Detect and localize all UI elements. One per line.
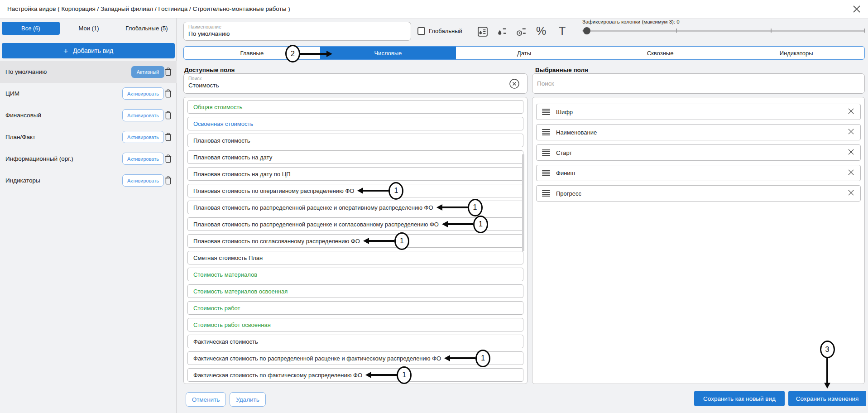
view-list-item[interactable]: План/ФактАктивировать (0, 126, 177, 148)
view-name-input[interactable] (188, 30, 406, 37)
available-search-field[interactable]: Поиск (183, 73, 528, 94)
dialog-header: Настройка видов ( Корпорация / Западный … (0, 0, 868, 19)
drag-handle-icon[interactable] (542, 129, 550, 136)
field-category-tab-0[interactable]: Главные (184, 47, 320, 59)
activate-view-button[interactable]: Активировать (122, 87, 164, 100)
drag-handle-icon[interactable] (542, 170, 550, 177)
cancel-button[interactable]: Отменить (186, 392, 226, 407)
delete-view-button[interactable] (163, 110, 173, 120)
remove-field-button[interactable] (847, 128, 855, 136)
available-field-item[interactable]: Плановая стоимость по распределенной рас… (187, 201, 523, 214)
drag-handle-icon[interactable] (542, 190, 550, 197)
save-as-new-view-button[interactable]: Сохранить как новый вид (694, 391, 785, 406)
add-view-button[interactable]: + Добавить вид (2, 43, 175, 58)
available-field-item[interactable]: Фактическая стоимость по распределенной … (187, 351, 523, 365)
annotation-number: 1 (468, 199, 483, 216)
view-list-item[interactable]: ИндикаторыАктивировать (0, 170, 177, 192)
available-field-item[interactable]: Стоимость работ (187, 301, 523, 315)
freeze-columns-label: Зафиксировать колонки (максимум 3): 0 (582, 19, 680, 24)
view-name: Финансовый (5, 105, 41, 126)
trash-icon (164, 132, 173, 142)
delete-view-button[interactable] (163, 67, 173, 77)
field-label: Финиш (556, 170, 575, 177)
drag-handle-icon[interactable] (542, 149, 550, 156)
available-field-item[interactable]: Плановая стоимость по согласованному рас… (187, 234, 523, 248)
selected-search-input[interactable] (537, 74, 836, 93)
remove-icon (848, 189, 854, 196)
field-label: Плановая стоимость по оперативному распр… (193, 187, 354, 194)
selected-field-item[interactable]: Финиш (536, 165, 861, 181)
available-field-item[interactable]: Фактическая стоимость по фактическому ра… (187, 368, 523, 382)
clear-search-button[interactable] (509, 78, 520, 89)
field-label: Фактическая стоимость (193, 338, 258, 345)
field-category-tab-2[interactable]: Даты (456, 47, 592, 59)
available-field-item[interactable]: Сметная стоимость План (187, 251, 523, 264)
delete-view-button[interactable] (163, 154, 173, 164)
available-field-item[interactable]: Плановая стоимость по распределенной рас… (187, 217, 523, 231)
view-name-field[interactable]: Наименование (183, 22, 411, 41)
view-list-item[interactable]: ЦИМАктивировать (0, 83, 177, 105)
view-name: План/Факт (5, 126, 35, 148)
global-checkbox[interactable] (417, 27, 425, 35)
fill-format-icon[interactable] (476, 25, 489, 38)
freeze-columns-slider-track[interactable] (582, 30, 865, 32)
views-sidebar: Все (6)Мои (1)Глобальные (5) + Добавить … (0, 18, 177, 413)
available-field-item[interactable]: Плановая стоимость на дату по ЦП (187, 167, 523, 181)
view-name: По умолчанию (5, 61, 47, 83)
delete-view-button[interactable] (163, 89, 173, 99)
available-field-item[interactable]: Стоимость работ освоенная (187, 318, 523, 331)
activate-view-button[interactable]: Активировать (122, 174, 164, 187)
available-field-item[interactable]: Фактическая стоимость (187, 335, 523, 348)
remove-field-button[interactable] (847, 149, 855, 157)
selected-search-field[interactable] (532, 73, 865, 94)
annotation-arrow-shaft (442, 206, 468, 208)
field-category-tab-4[interactable]: Индикаторы (728, 47, 864, 59)
available-field-item[interactable]: Стоимость материалов освоенная (187, 284, 523, 298)
available-field-item[interactable]: Общая стоимость (187, 100, 523, 114)
remove-field-button[interactable] (847, 169, 855, 177)
activate-view-button[interactable]: Активировать (122, 153, 164, 165)
activate-view-button[interactable]: Активировать (122, 109, 164, 121)
available-field-item[interactable]: Плановая стоимость (187, 134, 523, 147)
annotation-arrowhead (444, 355, 450, 361)
delete-button[interactable]: Удалить (230, 392, 266, 407)
freeze-columns-slider-handle[interactable] (583, 27, 590, 34)
remove-field-button[interactable] (847, 108, 855, 116)
available-field-item[interactable]: Стоимость материалов (187, 268, 523, 281)
view-list-item[interactable]: ФинансовыйАктивировать (0, 105, 177, 126)
plus-icon: + (63, 47, 68, 55)
delete-view-button[interactable] (163, 132, 173, 142)
available-field-item[interactable]: Освоенная стоимость (187, 117, 523, 130)
text-format-icon[interactable]: T (559, 24, 566, 37)
delete-view-button[interactable] (163, 176, 173, 186)
selected-field-item[interactable]: Шифр (536, 104, 861, 120)
close-button[interactable] (852, 5, 861, 14)
remove-field-button[interactable] (847, 189, 855, 197)
activate-view-button[interactable]: Активировать (122, 131, 164, 143)
percent-icon[interactable]: % (536, 24, 546, 37)
available-search-input[interactable] (188, 82, 501, 89)
annotation-arrowhead (357, 187, 363, 194)
field-category-tab-1[interactable]: Числовые (320, 47, 456, 59)
sidebar-tab-0[interactable]: Все (6) (2, 22, 60, 35)
annotation-step-1: 1 (444, 350, 490, 367)
scrollbar-thumb[interactable] (522, 154, 524, 251)
global-checkbox-label: Глобальный (429, 28, 462, 34)
selected-field-item[interactable]: Старт (536, 144, 861, 161)
sidebar-tab-1[interactable]: Мои (1) (60, 22, 118, 35)
annotation-step-1: 1 (436, 199, 483, 216)
selected-field-item[interactable]: Прогресс (536, 185, 861, 202)
droplet-format-icon[interactable] (496, 25, 508, 38)
field-label: Шифр (556, 109, 573, 115)
save-changes-button[interactable]: Сохранить изменения (788, 391, 866, 406)
available-field-item[interactable]: Плановая стоимость на дату (187, 150, 523, 164)
available-field-item[interactable]: Плановая стоимость по оперативному распр… (187, 184, 523, 197)
selected-field-item[interactable]: Наименование (536, 124, 861, 140)
view-list-item[interactable]: По умолчаниюАктивный (0, 61, 177, 83)
field-category-tab-3[interactable]: Сквозные (592, 47, 729, 59)
field-label: Плановая стоимость (193, 137, 250, 144)
drag-handle-icon[interactable] (542, 109, 550, 115)
time-format-icon[interactable] (515, 25, 528, 38)
sidebar-tab-2[interactable]: Глобальные (5) (118, 22, 176, 35)
view-list-item[interactable]: Информационный (орг.)Активировать (0, 148, 177, 170)
